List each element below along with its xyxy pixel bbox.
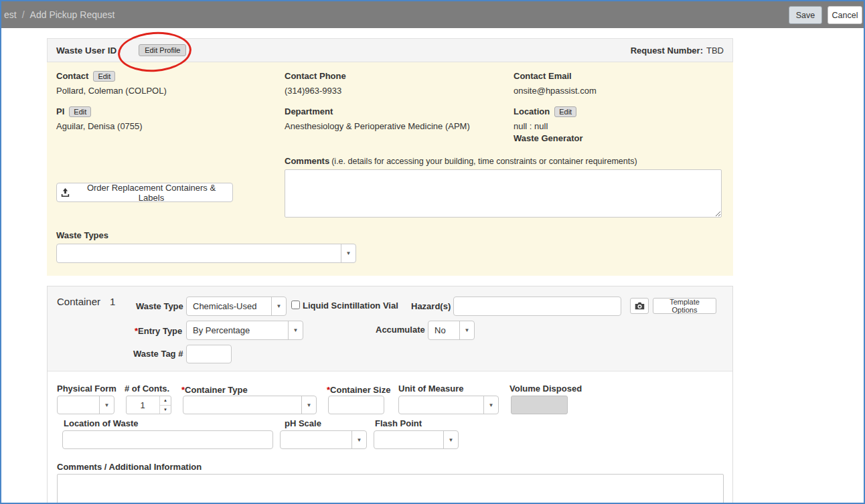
stepper-buttons: ▲ ▼ bbox=[159, 396, 171, 414]
flash-point-select[interactable]: ▼ bbox=[374, 430, 459, 449]
accumulate-selected-value: No bbox=[435, 321, 458, 339]
pi-value: Aguilar, Denisa (0755) bbox=[56, 121, 143, 131]
waste-user-panel-header: Waste User ID Edit Profile Request Numbe… bbox=[47, 38, 733, 62]
contact-field: Contact Edit Pollard, Coleman (COLPOL) bbox=[56, 70, 167, 96]
caret-down-icon: ▼ bbox=[271, 297, 286, 315]
caret-down-icon: ▼ bbox=[459, 321, 474, 339]
breadcrumb-prev-link[interactable]: est bbox=[4, 9, 17, 20]
container-type-select[interactable]: ▼ bbox=[183, 396, 317, 414]
physical-form-label: Physical Form bbox=[57, 384, 116, 394]
waste-tag-label: Waste Tag # bbox=[133, 349, 183, 359]
entry-type-select[interactable]: By Percentage ▼ bbox=[186, 321, 303, 340]
volume-disposed-field bbox=[511, 396, 568, 414]
department-field: Department Anesthesiology & Perioperativ… bbox=[285, 106, 470, 131]
contact-value: Pollard, Coleman (COLPOL) bbox=[56, 86, 167, 96]
container-comments-label: Comments / Additional Information bbox=[57, 462, 202, 472]
upload-icon bbox=[61, 188, 70, 197]
waste-types-selected-value bbox=[63, 244, 339, 262]
num-conts-input[interactable] bbox=[127, 396, 159, 414]
template-options-button[interactable]: Template Options bbox=[653, 298, 716, 314]
num-conts-label: # of Conts. bbox=[125, 384, 169, 394]
container-type-label: *Container Type bbox=[181, 384, 248, 396]
topbar: est / Add Pickup Request Save Cancel bbox=[1, 1, 864, 28]
department-value: Anesthesiology & Perioperative Medicine … bbox=[285, 121, 470, 131]
waste-tag-input[interactable] bbox=[186, 345, 232, 363]
ph-scale-label: pH Scale bbox=[285, 418, 321, 428]
waste-user-panel-body: Contact Edit Pollard, Coleman (COLPOL) C… bbox=[47, 62, 733, 276]
caret-down-icon: ▼ bbox=[288, 321, 303, 339]
waste-type-label: Waste Type bbox=[136, 301, 183, 311]
unit-of-measure-selected-value bbox=[405, 396, 482, 414]
caret-down-icon: ▼ bbox=[301, 396, 316, 414]
waste-generator-label: Waste Generator bbox=[514, 133, 583, 143]
waste-types-label: Waste Types bbox=[56, 230, 108, 240]
liquid-scintillation-vial-label: Liquid Scintillation Vial bbox=[303, 301, 398, 311]
contact-label: Contact bbox=[56, 71, 88, 81]
unit-of-measure-select[interactable]: ▼ bbox=[398, 396, 499, 414]
accumulate-label: Accumulate bbox=[376, 325, 425, 335]
volume-disposed-label: Volume Disposed bbox=[509, 384, 582, 394]
caret-down-icon: ▼ bbox=[443, 431, 458, 448]
breadcrumb-separator: / bbox=[22, 9, 25, 20]
waste-types-select[interactable]: ▼ bbox=[56, 244, 356, 263]
spinner-down-icon[interactable]: ▼ bbox=[160, 406, 171, 414]
contact-phone-field: Contact Phone (314)963-9933 bbox=[285, 70, 346, 96]
caret-down-icon: ▼ bbox=[351, 431, 366, 448]
ph-scale-selected-value bbox=[287, 431, 350, 448]
ph-scale-select[interactable]: ▼ bbox=[280, 430, 367, 449]
request-number-label: Request Number: bbox=[631, 46, 703, 56]
spinner-up-icon[interactable]: ▲ bbox=[160, 396, 171, 406]
location-of-waste-label: Location of Waste bbox=[64, 418, 138, 428]
physical-form-selected-value bbox=[64, 396, 98, 414]
waste-types-label-row: Waste Types bbox=[56, 229, 108, 241]
breadcrumb: est / Add Pickup Request bbox=[4, 1, 114, 28]
waste-user-panel: Waste User ID Edit Profile Request Numbe… bbox=[47, 38, 733, 276]
waste-type-select[interactable]: Chemicals-Used ▼ bbox=[186, 297, 287, 316]
location-of-waste-input[interactable] bbox=[62, 430, 273, 449]
container-panel: Container1 Waste Type Chemicals-Used ▼ L… bbox=[47, 286, 733, 504]
physical-form-select[interactable]: ▼ bbox=[57, 396, 114, 414]
profile-comments-label-row: Comments(i.e. details for accessing your… bbox=[285, 155, 637, 167]
camera-icon bbox=[635, 302, 645, 310]
edit-pi-button[interactable]: Edit bbox=[69, 106, 91, 117]
entry-type-label: *Entry Type bbox=[135, 325, 182, 337]
entry-type-selected-value: By Percentage bbox=[193, 321, 287, 339]
flash-point-selected-value bbox=[380, 431, 442, 448]
contact-phone-value: (314)963-9933 bbox=[285, 86, 346, 96]
contact-email-label: Contact Email bbox=[514, 71, 572, 81]
profile-comments-hint: (i.e. details for accessing your buildin… bbox=[331, 157, 637, 166]
profile-comments-textarea[interactable] bbox=[285, 169, 722, 218]
cancel-button[interactable]: Cancel bbox=[828, 6, 862, 24]
waste-user-id-label: Waste User ID bbox=[56, 46, 116, 56]
department-label: Department bbox=[285, 106, 333, 116]
edit-contact-button[interactable]: Edit bbox=[93, 71, 115, 82]
container-title-text: Container bbox=[57, 296, 100, 307]
container-type-selected-value bbox=[189, 396, 300, 414]
order-replacement-containers-button[interactable]: Order Replacement Containers & Labels bbox=[56, 183, 233, 202]
caret-down-icon: ▼ bbox=[483, 396, 498, 414]
num-conts-stepper[interactable]: ▲ ▼ bbox=[126, 396, 171, 414]
caret-down-icon: ▼ bbox=[99, 396, 114, 414]
hazards-input[interactable] bbox=[453, 297, 621, 316]
order-replacement-containers-label: Order Replacement Containers & Labels bbox=[74, 183, 228, 203]
container-number: 1 bbox=[110, 296, 115, 307]
container-title: Container1 bbox=[57, 296, 115, 307]
container-comments-textarea[interactable] bbox=[57, 474, 724, 504]
save-button[interactable]: Save bbox=[789, 6, 822, 24]
edit-location-button[interactable]: Edit bbox=[554, 106, 576, 117]
camera-button[interactable] bbox=[630, 298, 649, 314]
page-title: Add Pickup Request bbox=[30, 9, 115, 20]
contact-email-value: onsite@hpassist.com bbox=[514, 86, 597, 96]
accumulate-select[interactable]: No ▼ bbox=[428, 321, 475, 340]
hazards-label: Hazard(s) bbox=[411, 301, 451, 311]
location-field: Location Edit null : null Waste Generato… bbox=[514, 106, 583, 143]
location-value: null : null bbox=[514, 121, 583, 131]
unit-of-measure-label: Unit of Measure bbox=[398, 384, 464, 394]
contact-email-field: Contact Email onsite@hpassist.com bbox=[514, 70, 597, 96]
liquid-scintillation-vial-checkbox[interactable] bbox=[291, 301, 300, 309]
request-number-value: TBD bbox=[706, 46, 724, 56]
container-size-input[interactable] bbox=[328, 396, 384, 414]
edit-profile-button[interactable]: Edit Profile bbox=[139, 44, 186, 56]
add-pickup-request-page: { "topbar": { "breadcrumb_prefix": "est"… bbox=[0, 0, 865, 504]
container-size-label: *Container Size bbox=[327, 384, 390, 396]
